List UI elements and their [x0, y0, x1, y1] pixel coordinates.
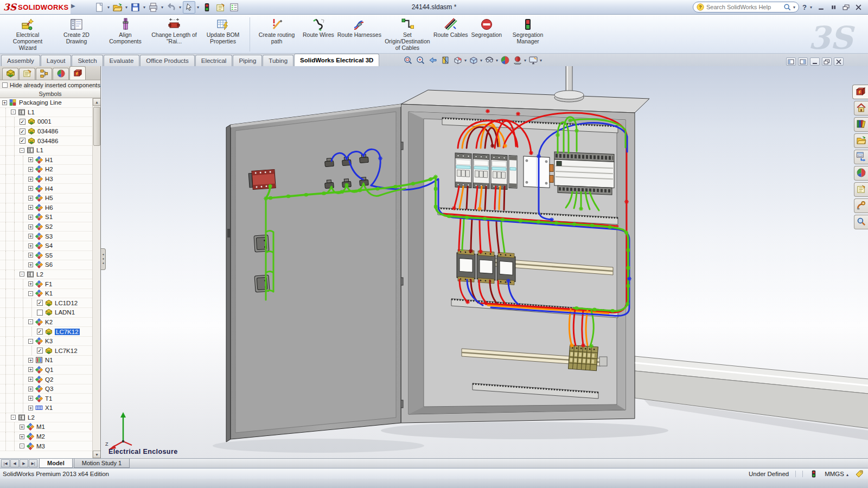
tree-item-s6[interactable]: +S6 [0, 260, 100, 270]
dropdown-caret[interactable]: ▾ [143, 5, 145, 10]
panel-tab-structure[interactable] [36, 68, 52, 80]
door-switch-1[interactable] [254, 235, 269, 252]
tree-expander[interactable]: + [28, 215, 33, 220]
tab-electrical[interactable]: Electrical [195, 55, 233, 66]
tree-expander[interactable]: - [28, 339, 33, 344]
ribbon-segregation[interactable]: Segregation [470, 16, 504, 40]
open-button[interactable] [111, 1, 124, 14]
doc-restore-button[interactable] [822, 57, 832, 66]
search-icon[interactable] [783, 3, 791, 11]
ribbon-align-components[interactable]: Align Components [101, 16, 150, 46]
tree-item-lc7k12[interactable]: ✓LC7K12 [0, 327, 100, 337]
panel-tab-properties[interactable] [19, 68, 35, 80]
tree-expander[interactable]: + [28, 358, 33, 363]
edit-appearance-button[interactable] [500, 55, 510, 66]
tree-expander[interactable]: + [28, 387, 33, 391]
tree-item-k3[interactable]: -K3 [0, 337, 100, 346]
tree-expander[interactable]: + [28, 262, 33, 267]
tree-item-m2[interactable]: +M2 [0, 432, 100, 442]
graphics-viewport[interactable]: Z Electrical Enclosure [101, 66, 868, 458]
tree-expander[interactable]: - [20, 444, 24, 448]
tree-expander[interactable]: + [28, 253, 33, 258]
tree-item-s5[interactable]: +S5 [0, 251, 100, 261]
apply-scene-button[interactable] [512, 55, 523, 66]
tree-item-m3[interactable]: -M3 [0, 441, 100, 451]
scroll-down-button[interactable]: ▼ [93, 451, 100, 458]
taskpane-tab-electrical-manager[interactable] [852, 85, 868, 99]
window-pause-button[interactable] [828, 3, 839, 12]
tree-item-q1[interactable]: +Q1 [0, 365, 100, 375]
tree-item-s3[interactable]: +S3 [0, 232, 100, 241]
tree-item-ladn1[interactable]: LADN1 [0, 308, 100, 318]
undo-button[interactable] [165, 1, 177, 14]
doc-tab-motion-study-1[interactable]: Motion Study 1 [74, 459, 130, 468]
taskpane-tab-search-assistant[interactable] [854, 215, 868, 229]
tree-item-034486[interactable]: ✓034486 [0, 127, 100, 137]
tree-expander[interactable]: + [28, 224, 33, 229]
taskpane-tab-custom-properties[interactable] [854, 182, 868, 197]
tree-expander[interactable]: + [28, 377, 33, 382]
zoom-to-fit-button[interactable] [403, 55, 413, 66]
tree-expander[interactable]: + [28, 186, 33, 191]
pane-split-button[interactable] [798, 57, 808, 66]
door-switch-2[interactable] [254, 275, 270, 292]
file-properties-button[interactable] [214, 1, 227, 14]
tree-checkbox[interactable] [37, 310, 43, 316]
interference-check-button[interactable] [201, 1, 213, 14]
tree-expander[interactable]: + [28, 234, 33, 239]
tree-checkbox[interactable]: ✓ [20, 129, 25, 134]
tab-sketch[interactable]: Sketch [72, 55, 103, 66]
section-view-button[interactable] [440, 55, 451, 66]
tree-item-q3[interactable]: +Q3 [0, 384, 100, 394]
tree-item-h3[interactable]: +H3 [0, 175, 100, 184]
search-caret[interactable]: ▾ [793, 5, 795, 10]
tree-expander[interactable]: - [20, 272, 24, 277]
tree-expander[interactable]: - [28, 319, 33, 324]
panel-tab-electrical[interactable] [69, 66, 86, 80]
plc-module[interactable] [554, 152, 614, 195]
tree-item-q2[interactable]: +Q2 [0, 375, 100, 384]
display-style-button[interactable] [468, 55, 479, 66]
dropdown-caret[interactable]: ▾ [540, 58, 542, 63]
tree-item-h1[interactable]: +H1 [0, 156, 100, 165]
tag-icon[interactable] [855, 470, 864, 478]
taskpane-tab-design-library[interactable] [854, 117, 868, 132]
tree-expander[interactable]: + [28, 205, 33, 210]
tab-evaluate[interactable]: Evaluate [104, 55, 140, 66]
new-document-button[interactable] [93, 1, 106, 14]
ribbon-create-2d-drawing[interactable]: Create 2D Drawing [52, 16, 101, 46]
dropdown-caret[interactable]: ▾ [524, 58, 526, 63]
tree-item-l1[interactable]: -L1 [0, 108, 100, 118]
save-button[interactable] [129, 1, 142, 14]
tree-expander[interactable]: + [28, 196, 33, 201]
tree-expander[interactable]: + [28, 396, 33, 401]
dropdown-caret[interactable]: ▾ [197, 5, 199, 10]
taskpane-tab-solidworks-resources[interactable] [854, 101, 868, 115]
scroll-up-button[interactable]: ▲ [93, 98, 100, 106]
tree-expander[interactable]: + [2, 100, 7, 105]
options-button[interactable] [228, 1, 240, 14]
close-button[interactable] [853, 3, 864, 12]
tree-item-packaging-line[interactable]: +Packaging Line [0, 98, 100, 108]
tree-expander[interactable]: + [20, 434, 24, 439]
dropdown-caret[interactable]: ▾ [179, 5, 181, 10]
help-button[interactable]: ? [802, 3, 807, 11]
terminal-block[interactable] [569, 345, 598, 371]
tree-item-034486[interactable]: ✓034486 [0, 136, 100, 146]
tree-item-l1[interactable]: -L1 [0, 146, 100, 156]
tab-solidworks-electrical-3d[interactable]: SolidWorks Electrical 3D [294, 54, 379, 66]
dropdown-caret[interactable]: ▾ [496, 58, 498, 63]
view-settings-button[interactable] [528, 55, 539, 66]
tab-layout[interactable]: Layout [41, 55, 72, 66]
help-caret[interactable]: ▾ [810, 5, 812, 10]
tree-item-l2[interactable]: -L2 [0, 413, 100, 423]
tree-checkbox[interactable]: ✓ [37, 300, 43, 306]
tree-item-t1[interactable]: +T1 [0, 394, 100, 403]
tree-checkbox[interactable]: ✓ [20, 119, 25, 125]
tree-item-n1[interactable]: +N1 [0, 356, 100, 365]
help-search-input[interactable] [706, 4, 781, 10]
minimize-button[interactable] [815, 3, 826, 12]
dropdown-caret[interactable]: ▾ [125, 5, 127, 10]
panel-tab-appearance[interactable] [53, 68, 69, 80]
taskpane-tab-appearances-scenes[interactable] [854, 166, 868, 181]
